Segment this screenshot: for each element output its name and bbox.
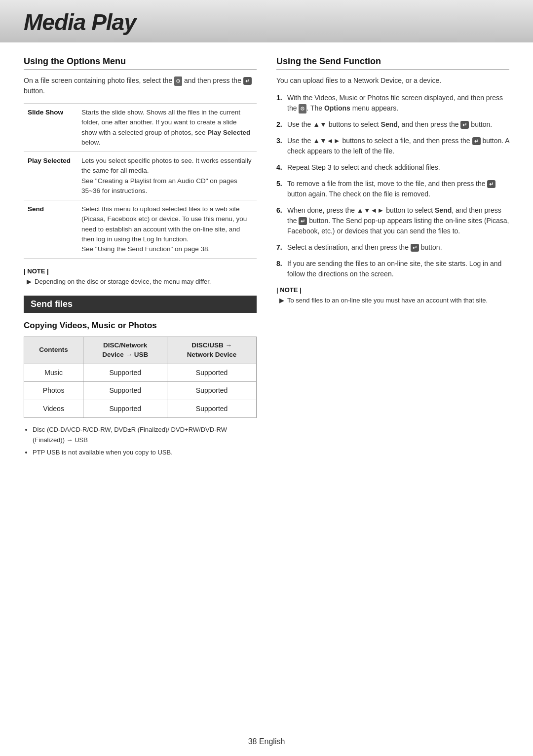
send-note-item: ▶ To send files to an on-line site you m… [279, 296, 509, 305]
copy-bullet-notes: Disc (CD-DA/CD-R/CD-RW, DVD±R (Finalized… [24, 425, 257, 457]
cell-music-disc-usb: Supported [83, 364, 167, 382]
options-menu-intro: On a file screen containing photo files,… [24, 76, 257, 96]
step3-enter-icon: ↵ [472, 137, 481, 145]
col-header-disc-usb: DISC/NetworkDevice → USB [83, 337, 167, 364]
cell-videos-disc-usb: Supported [83, 400, 167, 418]
right-column: Using the Send Function You can upload f… [276, 56, 509, 460]
copy-heading: Copying Videos, Music or Photos [24, 321, 257, 331]
send-function-intro: You can upload files to a Network Device… [276, 76, 509, 86]
cell-videos-label: Videos [24, 400, 83, 418]
cell-music-label: Music [24, 364, 83, 382]
option-desc-slideshow: Starts the slide show. Shows all the fil… [77, 104, 257, 152]
options-table: Slide Show Starts the slide show. Shows … [24, 103, 257, 259]
option-desc-playselected: Lets you select specific photos to see. … [77, 152, 257, 200]
send-function-heading: Using the Send Function [276, 56, 509, 70]
options-note-item: ▶ Depending on the disc or storage devic… [27, 277, 257, 287]
send-note-box: | NOTE | ▶ To send files to an on-line s… [276, 286, 509, 305]
table-row-photos: Photos Supported Supported [24, 382, 257, 400]
step-1: 1. With the Videos, Music or Photos file… [276, 93, 509, 113]
page-number: 38 English [248, 737, 285, 746]
page-title: Media Play [24, 9, 136, 35]
table-row-playselected: Play Selected Lets you select specific p… [24, 152, 257, 200]
cell-photos-disc-network: Supported [167, 382, 257, 400]
page-footer: 38 English [0, 737, 533, 746]
cell-videos-disc-network: Supported [167, 400, 257, 418]
cell-photos-disc-usb: Supported [83, 382, 167, 400]
step-8: 8. If you are sending the files to an on… [276, 259, 509, 279]
enter-button-icon: ↵ [243, 77, 252, 85]
send-files-heading: Send files [24, 296, 257, 313]
cell-photos-label: Photos [24, 382, 83, 400]
table-row-videos: Videos Supported Supported [24, 400, 257, 418]
step7-enter-icon: ↵ [411, 244, 419, 252]
step-3: 3. Use the ▲▼◄► buttons to select a file… [276, 136, 509, 156]
bullet-note-1: Disc (CD-DA/CD-R/CD-RW, DVD±R (Finalized… [33, 425, 257, 446]
gear-icon: ⚙ [174, 76, 182, 86]
step1-gear-icon: ⚙ [299, 104, 306, 113]
send-note-arrow-icon: ▶ [279, 296, 284, 305]
option-desc-send: Select this menu to upload selected file… [77, 200, 257, 259]
copy-table-header-row: Contents DISC/NetworkDevice → USB DISC/U… [24, 337, 257, 364]
options-note-box: | NOTE | ▶ Depending on the disc or stor… [24, 267, 257, 287]
step5-enter-icon: ↵ [487, 180, 495, 188]
options-note-text: Depending on the disc or storage device,… [35, 277, 211, 287]
step-6: 6. When done, press the ▲▼◄► button to s… [276, 205, 509, 236]
table-row-music: Music Supported Supported [24, 364, 257, 382]
col-header-contents: Contents [24, 337, 83, 364]
step-5: 5. To remove a file from the list, move … [276, 179, 509, 199]
step6-enter-icon: ↵ [299, 217, 307, 225]
note-arrow-icon: ▶ [27, 277, 32, 287]
send-function-steps: 1. With the Videos, Music or Photos file… [276, 93, 509, 279]
options-menu-heading: Using the Options Menu [24, 56, 257, 70]
option-label-send: Send [24, 200, 77, 259]
table-row-send: Send Select this menu to upload selected… [24, 200, 257, 259]
option-label-slideshow: Slide Show [24, 104, 77, 152]
table-row-slideshow: Slide Show Starts the slide show. Shows … [24, 104, 257, 152]
send-note-label: | NOTE | [276, 286, 509, 294]
copy-table: Contents DISC/NetworkDevice → USB DISC/U… [24, 337, 257, 418]
step-2: 2. Use the ▲▼ buttons to select Send, an… [276, 119, 509, 130]
step2-enter-icon: ↵ [460, 121, 469, 129]
page-header: Media Play [0, 0, 533, 42]
cell-music-disc-network: Supported [167, 364, 257, 382]
send-note-text: To send files to an on-line site you mus… [287, 296, 488, 305]
col-header-disc-network: DISC/USB →Network Device [167, 337, 257, 364]
options-note-label: | NOTE | [24, 267, 257, 275]
left-column: Using the Options Menu On a file screen … [24, 56, 257, 460]
step-4: 4. Repeat Step 3 to select and check add… [276, 162, 509, 173]
bullet-note-2: PTP USB is not available when you copy t… [33, 448, 257, 458]
option-label-playselected: Play Selected [24, 152, 77, 200]
step-7: 7. Select a destination, and then press … [276, 242, 509, 253]
